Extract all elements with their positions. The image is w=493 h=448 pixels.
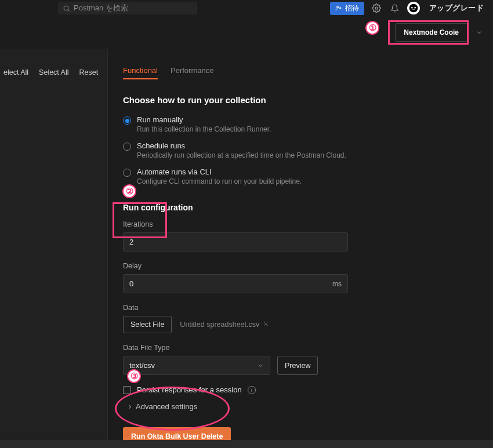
radio-schedule-runs[interactable]: Schedule runs Periodically run collectio… xyxy=(123,141,487,159)
filetype-select[interactable]: text/csv xyxy=(123,356,270,375)
radio-label: Run manually xyxy=(137,115,271,124)
preview-button[interactable]: Preview xyxy=(277,356,318,375)
advanced-label: Advanced settings xyxy=(136,402,197,411)
svg-point-6 xyxy=(409,4,418,13)
selected-filename: Untitled spreadsheet.csv xyxy=(180,320,269,329)
data-label: Data xyxy=(123,304,487,312)
info-icon[interactable]: i xyxy=(248,386,256,394)
radio-desc: Periodically run collection at a specifi… xyxy=(137,151,346,159)
chevron-down-icon xyxy=(257,362,264,369)
invite-icon xyxy=(335,5,342,12)
svg-line-1 xyxy=(68,9,69,10)
radio-run-manually[interactable]: Run manually Run this collection in the … xyxy=(123,115,487,133)
tab-functional[interactable]: Functional xyxy=(123,66,158,79)
field-iterations: Iterations xyxy=(123,220,487,252)
iterations-label: Iterations xyxy=(123,220,487,228)
radio-desc: Run this collection in the Collection Ru… xyxy=(137,125,271,133)
clear-file-button[interactable] xyxy=(263,320,269,329)
search-icon xyxy=(63,5,70,12)
main: elect All Select All Reset Functional Pe… xyxy=(0,49,493,440)
svg-point-5 xyxy=(375,7,378,9)
upgrade-button[interactable]: アップグレード xyxy=(426,3,488,13)
svg-point-0 xyxy=(64,6,68,10)
filetype-value: text/csv xyxy=(129,361,155,370)
persist-label: Persist responses for a session xyxy=(137,385,242,394)
radio-label: Schedule runs xyxy=(137,141,346,150)
search-input[interactable]: Postman を検索 xyxy=(58,2,197,14)
gear-icon xyxy=(372,3,381,13)
avatar-icon xyxy=(409,3,418,13)
chevron-right-icon xyxy=(126,403,133,410)
svg-point-8 xyxy=(414,7,416,9)
avatar[interactable] xyxy=(407,2,420,14)
settings-button[interactable] xyxy=(370,2,383,14)
select-file-button[interactable]: Select File xyxy=(123,316,172,333)
delay-unit: ms xyxy=(332,280,342,288)
bell-icon xyxy=(390,4,399,13)
right-column: Functional Performance Choose how to run… xyxy=(108,49,493,440)
delay-input-wrap[interactable]: ms xyxy=(123,274,348,293)
run-mode-group: Run manually Run this collection in the … xyxy=(123,115,487,185)
field-delay: Delay ms xyxy=(123,262,487,293)
invite-label: 招待 xyxy=(345,3,359,13)
select-all-2[interactable]: Select All xyxy=(39,68,68,77)
field-data: Data Select File Untitled spreadsheet.cs… xyxy=(123,304,487,333)
svg-point-2 xyxy=(336,6,339,8)
invite-button[interactable]: 招待 xyxy=(330,2,364,15)
delay-label: Delay xyxy=(123,262,487,270)
environment-selector[interactable]: Nextmode Cooie xyxy=(395,23,467,42)
persist-checkbox-row[interactable]: Persist responses for a session i xyxy=(123,385,487,394)
radio-label: Automate runs via CLI xyxy=(137,167,302,176)
filetype-label: Data File Type xyxy=(123,344,487,352)
left-column: elect All Select All Reset xyxy=(0,49,108,440)
run-collection-button[interactable]: Run Okta Bulk User Delete xyxy=(123,427,231,440)
tab-performance[interactable]: Performance xyxy=(171,66,213,79)
persist-checkbox[interactable] xyxy=(123,386,131,394)
run-config-title: Run configuration xyxy=(123,203,487,212)
topbar: Postman を検索 招待 アップグレード xyxy=(0,0,493,16)
field-filetype: Data File Type text/csv Preview xyxy=(123,344,487,375)
search-placeholder: Postman を検索 xyxy=(74,3,128,13)
tabs: Functional Performance xyxy=(123,66,487,79)
reset[interactable]: Reset xyxy=(79,68,99,77)
iterations-input-wrap[interactable] xyxy=(123,232,348,252)
radio-indicator xyxy=(123,143,131,151)
radio-automate-cli[interactable]: Automate runs via CLI Configure CLI comm… xyxy=(123,167,487,185)
chevron-down-icon xyxy=(476,29,483,36)
radio-indicator xyxy=(123,169,131,177)
radio-desc: Configure CLI command to run on your bui… xyxy=(137,177,302,185)
choose-title: Choose how to run your collection xyxy=(123,95,487,105)
select-all-1[interactable]: elect All xyxy=(3,68,28,77)
delay-input[interactable] xyxy=(129,279,332,288)
advanced-settings-toggle[interactable]: Advanced settings xyxy=(126,402,487,411)
notifications-button[interactable] xyxy=(389,2,401,14)
close-icon xyxy=(263,320,269,327)
svg-point-7 xyxy=(411,7,413,9)
radio-indicator xyxy=(123,116,131,125)
environment-dropdown-toggle[interactable] xyxy=(476,29,483,36)
iterations-input[interactable] xyxy=(129,238,342,246)
subheader: Nextmode Cooie xyxy=(0,16,493,49)
status-bar xyxy=(0,440,493,448)
